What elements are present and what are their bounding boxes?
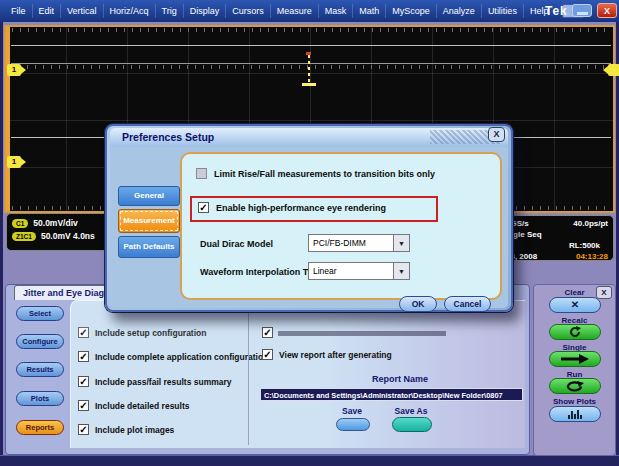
close-window-button[interactable]: X [597,3,617,18]
configure-button[interactable]: Configure [16,334,64,349]
checkbox-label: Include pass/fail results summary [95,377,232,387]
menu-analyze[interactable]: Analyze [437,4,482,18]
single-button[interactable] [549,351,601,367]
right-edge-marker [608,64,619,76]
include-passfail-row[interactable]: ✓ Include pass/fail results summary [78,376,232,387]
z1c1-scale: 50.0mV 4.0ns [41,231,95,241]
menu-edit[interactable]: Edit [33,4,62,18]
checkbox-checked[interactable]: ✓ [262,327,273,338]
arrow-right-icon [560,354,590,364]
show-plots-button[interactable] [549,406,601,422]
checkbox-checked[interactable]: ✓ [78,400,89,411]
checkbox-label: Enable high-performance eye rendering [216,203,386,213]
report-path-field[interactable]: C:\Documents and Settings\Administrator\… [260,388,523,401]
view-report-row[interactable]: ✓ View report after generating [262,349,392,360]
plots-button[interactable]: Plots [16,391,64,406]
select-button[interactable]: Select [16,306,64,321]
menu-bar: File Edit Vertical Horiz/Acq Trig Displa… [0,0,619,22]
limit-risefall-row[interactable]: Limit Rise/Fall measurements to transiti… [196,168,435,179]
bottom-frame [0,455,619,466]
z1c1-badge: Z1C1 [12,232,36,241]
interp-type-label: Waveform Interpolation Type [200,267,323,277]
menu-myscope[interactable]: MyScope [386,4,437,18]
minimize-button[interactable] [572,4,592,17]
minimize-icon [577,12,588,15]
time-readout: 04:13:28 [576,252,608,261]
graticule-left-border [6,27,10,211]
checkbox-label: Include plot images [95,425,174,435]
reports-button[interactable]: Reports [16,420,64,435]
occluded-text [278,331,446,336]
panel-divider [248,302,249,445]
zoom1-channel-marker[interactable]: 1 [7,156,21,168]
save-label: Save [330,406,374,416]
channel1-marker[interactable]: 1 [7,64,21,76]
interp-type-value: Linear [309,263,393,279]
checkbox-checked[interactable]: ✓ [78,376,89,387]
menu-measure[interactable]: Measure [271,4,319,18]
tab-measurement[interactable]: Measurement [118,209,180,233]
include-setup-config-row[interactable]: ✓ Include setup configuration [78,327,206,338]
ok-button[interactable]: OK [399,296,437,312]
menu-display[interactable]: Display [184,4,227,18]
run-button[interactable] [549,378,601,394]
enable-eye-rendering-row[interactable]: ✓ Enable high-performance eye rendering [198,202,386,213]
save-as-button[interactable] [392,417,432,432]
recalc-button[interactable] [549,324,601,340]
checkbox-label: Include setup configuration [95,328,206,338]
menu-vertical[interactable]: Vertical [61,4,104,18]
tab-path-defaults[interactable]: Path Defaults [118,236,180,258]
menu-math[interactable]: Math [353,4,386,18]
clear-button[interactable]: ✕ [549,297,601,313]
loop-arrow-icon [565,381,585,392]
dual-dirac-select[interactable]: PCI/FB-DIMM ▼ [308,234,410,252]
checkbox-checked[interactable]: ✓ [78,327,89,338]
plots-bars-icon [568,410,582,419]
save-as-label: Save As [383,406,439,416]
menu-horiz-acq[interactable]: Horiz/Acq [104,4,156,18]
tab-general[interactable]: General [118,186,180,206]
show-plots-label: Show Plots [533,397,616,406]
menu-trig[interactable]: Trig [156,4,184,18]
dialog-close-button[interactable]: X [488,127,505,142]
dual-dirac-label: Dual Dirac Model [200,239,273,249]
clear-label: Clear [533,288,616,297]
checkbox-label: View report after generating [279,350,392,360]
c1-badge: C1 [12,219,28,228]
window-separator-line [11,63,611,64]
cancel-button[interactable]: Cancel [444,296,491,312]
trigger-level-cap [302,83,316,86]
checkbox-label: Limit Rise/Fall measurements to transiti… [214,169,435,179]
tick-marks-separator [11,65,611,69]
menu-file[interactable]: File [5,4,33,18]
chevron-down-icon[interactable]: ▼ [393,263,409,279]
checkbox-unchecked[interactable] [196,168,207,179]
clear-x-icon: ✕ [571,300,579,310]
refresh-icon [568,326,582,338]
include-plot-images-row[interactable]: ✓ Include plot images [78,424,174,435]
channel1-trace [11,45,611,46]
interp-type-select[interactable]: Linear ▼ [308,262,410,280]
tek-logo: Tek [545,4,568,18]
menu-mask[interactable]: Mask [319,4,354,18]
tick-marks-top [12,28,611,32]
checkbox-label: Include detailed results [95,401,189,411]
checkbox-checked[interactable]: ✓ [78,351,89,362]
include-app-config-row[interactable]: ✓ Include complete application configura… [78,351,268,362]
chevron-down-icon[interactable]: ▼ [393,235,409,251]
occluded-option-row[interactable]: ✓ [262,327,273,338]
results-button[interactable]: Results [16,362,64,377]
menu-cursors[interactable]: Cursors [226,4,271,18]
dual-dirac-value: PCI/FB-DIMM [309,235,393,251]
checkbox-checked[interactable]: ✓ [198,202,209,213]
save-button[interactable] [336,418,370,431]
resolution: 40.0ps/pt [573,219,608,228]
checkbox-checked[interactable]: ✓ [262,349,273,360]
include-detailed-row[interactable]: ✓ Include detailed results [78,400,189,411]
record-length: RL:500k [569,241,608,250]
checkbox-label: Include complete application configurati… [95,352,268,362]
checkbox-checked[interactable]: ✓ [78,424,89,435]
menu-utilities[interactable]: Utilities [482,4,524,18]
c1-scale: 50.0mV/div [33,218,77,228]
trigger-position-line[interactable] [308,55,310,84]
